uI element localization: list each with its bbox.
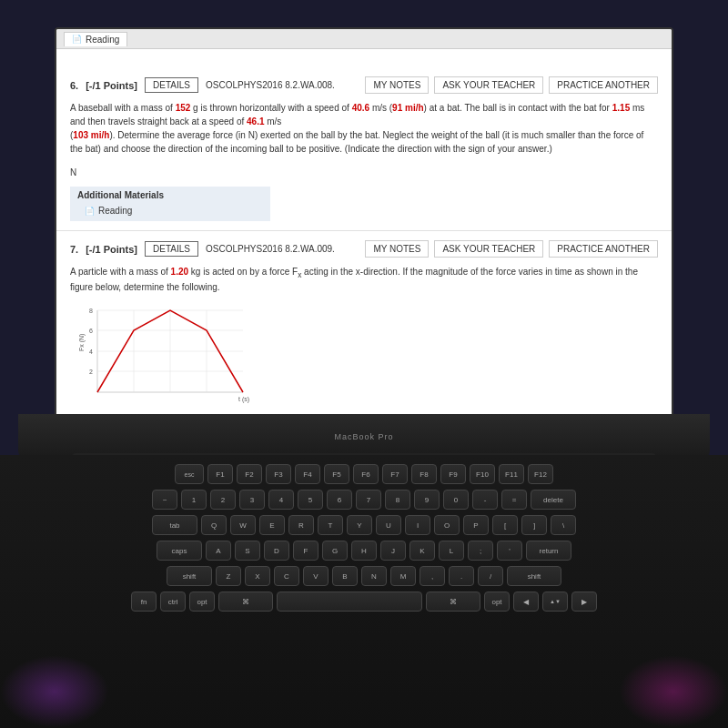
key-g[interactable]: G	[322, 541, 348, 561]
key-arrow-updown[interactable]: ▲▼	[542, 592, 568, 612]
question-7-practice-btn[interactable]: PRACTICE ANOTHER	[549, 240, 658, 258]
key-n[interactable]: N	[361, 566, 387, 586]
key-a[interactable]: A	[206, 541, 231, 561]
key-tab[interactable]: tab	[152, 515, 197, 535]
key-d[interactable]: D	[264, 541, 289, 561]
key-caps[interactable]: caps	[157, 541, 202, 561]
key-opt-right[interactable]: opt	[484, 592, 510, 612]
key-f1[interactable]: F1	[207, 464, 233, 484]
key-0[interactable]: 0	[443, 490, 469, 510]
key-delete[interactable]: delete	[531, 490, 576, 510]
key-t[interactable]: T	[318, 515, 343, 535]
key-quote[interactable]: '	[497, 541, 522, 561]
key-z[interactable]: Z	[216, 566, 241, 586]
key-tilde[interactable]: ~	[152, 490, 177, 510]
question-6-details-btn[interactable]: DETAILS	[145, 77, 198, 93]
key-x[interactable]: X	[245, 566, 270, 586]
question-6-ask-teacher-btn[interactable]: ASK YOUR TEACHER	[434, 76, 543, 94]
key-f2[interactable]: F2	[237, 464, 262, 484]
key-m[interactable]: M	[390, 566, 416, 586]
key-q[interactable]: Q	[201, 515, 227, 535]
key-semicolon[interactable]: ;	[468, 541, 493, 561]
key-y[interactable]: Y	[347, 515, 372, 535]
question-7-my-notes-btn[interactable]: MY NOTES	[365, 240, 429, 258]
question-6-my-notes-btn[interactable]: MY NOTES	[365, 76, 429, 94]
key-7[interactable]: 7	[356, 490, 381, 510]
key-f7[interactable]: F7	[382, 464, 408, 484]
question-6-header: 6. [-/1 Points] DETAILS OSCOLPHYS2016 8.…	[70, 76, 658, 94]
key-v[interactable]: V	[303, 566, 329, 586]
key-b[interactable]: B	[332, 566, 358, 586]
key-backslash[interactable]: \	[551, 515, 576, 535]
key-fn[interactable]: fn	[131, 592, 157, 612]
svg-text:Fx (N): Fx (N)	[78, 334, 86, 351]
q6-text-p1: A baseball with a mass of	[70, 103, 176, 113]
reading-tab-label: Reading	[86, 35, 119, 45]
key-f5[interactable]: F5	[324, 464, 349, 484]
key-shift-right[interactable]: shift	[507, 566, 561, 586]
q6-mass: 152	[176, 103, 191, 113]
key-1[interactable]: 1	[181, 490, 207, 510]
keyboard-row-5: shift Z X C V B N M , . / shift	[167, 566, 561, 586]
q6-text-p2: g is thrown horizontally with a speed of	[190, 103, 351, 113]
key-comma[interactable]: ,	[420, 566, 445, 586]
key-f12[interactable]: F12	[528, 464, 553, 484]
reading-tab[interactable]: 📄 Reading	[64, 32, 127, 46]
key-period[interactable]: .	[449, 566, 474, 586]
key-minus[interactable]: -	[472, 490, 498, 510]
key-k[interactable]: K	[410, 541, 435, 561]
key-f3[interactable]: F3	[266, 464, 291, 484]
key-f11[interactable]: F11	[499, 464, 524, 484]
key-opt-left[interactable]: opt	[189, 592, 215, 612]
question-7-number: 7.	[70, 244, 78, 255]
key-j[interactable]: J	[380, 541, 406, 561]
key-c[interactable]: C	[274, 566, 299, 586]
key-8[interactable]: 8	[385, 490, 410, 510]
question-7-header: 7. [-/1 Points] DETAILS OSCOLPHYS2016 8.…	[70, 240, 658, 258]
key-equals[interactable]: =	[501, 490, 527, 510]
key-f8[interactable]: F8	[411, 464, 437, 484]
key-u[interactable]: U	[376, 515, 401, 535]
key-return[interactable]: return	[526, 541, 571, 561]
key-shift-left[interactable]: shift	[167, 566, 212, 586]
question-6-practice-btn[interactable]: PRACTICE ANOTHER	[549, 76, 658, 94]
question-6-answer-label: N	[70, 167, 76, 177]
key-e[interactable]: E	[259, 515, 285, 535]
key-h[interactable]: H	[351, 541, 377, 561]
ambient-glow-left	[0, 655, 109, 728]
key-bracket-right[interactable]: ]	[521, 515, 547, 535]
key-cmd-right[interactable]: ⌘	[426, 592, 480, 612]
question-7-ask-teacher-btn[interactable]: ASK YOUR TEACHER	[434, 240, 543, 258]
key-4[interactable]: 4	[268, 490, 294, 510]
key-l[interactable]: L	[439, 541, 464, 561]
question-7-details-btn[interactable]: DETAILS	[145, 241, 198, 257]
key-5[interactable]: 5	[298, 490, 323, 510]
key-6[interactable]: 6	[327, 490, 352, 510]
reading-link[interactable]: 📄 Reading	[77, 204, 263, 217]
key-slash[interactable]: /	[478, 566, 503, 586]
key-f[interactable]: F	[293, 541, 318, 561]
key-r[interactable]: R	[288, 515, 314, 535]
laptop-logo-text: MacBook Pro	[334, 432, 393, 441]
key-cmd-left[interactable]: ⌘	[218, 592, 273, 612]
key-f9[interactable]: F9	[440, 464, 466, 484]
key-arrow-right[interactable]: ▶	[571, 592, 597, 612]
key-f10[interactable]: F10	[470, 464, 495, 484]
key-s[interactable]: S	[235, 541, 260, 561]
key-space[interactable]	[277, 592, 422, 612]
key-bracket-left[interactable]: [	[492, 515, 518, 535]
key-esc[interactable]: esc	[175, 464, 204, 484]
key-ctrl[interactable]: ctrl	[160, 592, 186, 612]
key-9[interactable]: 9	[414, 490, 440, 510]
key-w[interactable]: W	[230, 515, 256, 535]
key-f6[interactable]: F6	[353, 464, 379, 484]
q6-speed2: 46.1	[247, 116, 264, 126]
key-i[interactable]: I	[405, 515, 430, 535]
key-p[interactable]: P	[463, 515, 489, 535]
key-o[interactable]: O	[434, 515, 460, 535]
key-2[interactable]: 2	[210, 490, 236, 510]
key-3[interactable]: 3	[239, 490, 265, 510]
key-f4[interactable]: F4	[295, 464, 320, 484]
key-arrow-left[interactable]: ◀	[513, 592, 539, 612]
svg-text:8: 8	[89, 308, 93, 314]
